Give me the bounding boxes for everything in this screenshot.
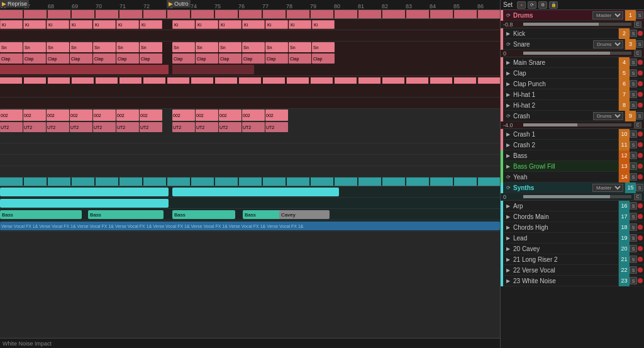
mixer-row-snare[interactable]: ⟳ Snare Drums 3 S xyxy=(501,39,644,50)
arr-track-crash-area[interactable] xyxy=(0,98,500,109)
mixer-row-synths[interactable]: ⟳ Synths Master 15 S xyxy=(501,182,644,193)
synths-c-btn[interactable]: C xyxy=(634,194,641,200)
bass-s-btn[interactable]: S xyxy=(630,152,637,159)
main-snare-play-btn[interactable]: ▶ xyxy=(504,59,512,66)
record-btn[interactable]: ● xyxy=(517,1,526,9)
arr-track-snare[interactable] xyxy=(0,30,500,42)
crash1-play-btn[interactable]: ▶ xyxy=(504,130,512,138)
clap-rec-btn[interactable] xyxy=(638,70,643,76)
crash-device-select[interactable]: Drums xyxy=(593,112,623,120)
cavey-rec-btn[interactable] xyxy=(638,246,643,251)
bass-growl-rec-btn[interactable] xyxy=(638,164,643,169)
arr-track-kick[interactable]: Ki Ki Ki Ki Ki Ki Ki Ki Ki Ki Ki Ki Ki K… xyxy=(0,19,500,30)
mixer-row-clap-punch[interactable]: ▶ Clap Punch 6 S xyxy=(501,79,644,89)
arr-track-empty2[interactable] xyxy=(0,155,500,166)
lock-btn[interactable]: 🔒 xyxy=(549,1,558,9)
mixer-row-white-noise[interactable]: ▶ 23 White Noise 23 S xyxy=(501,276,644,286)
hihat2-play-btn[interactable]: ▶ xyxy=(504,101,512,109)
clap-s-btn[interactable]: S xyxy=(630,69,637,77)
mixer-row-verse-vocal[interactable]: ▶ 22 Verse Vocal 22 S xyxy=(501,265,644,276)
cavey-play-btn[interactable]: ▶ xyxy=(504,245,512,252)
chords-high-s-btn[interactable]: S xyxy=(630,223,637,231)
mixer-row-chords-high[interactable]: ▶ Chords High 18 S xyxy=(501,222,644,233)
clap-punch-s-btn[interactable]: S xyxy=(630,80,637,87)
crash2-s-btn[interactable]: S xyxy=(630,141,637,149)
snare-s-btn[interactable]: S xyxy=(636,40,643,48)
crash-play-btn[interactable]: ⟳ xyxy=(504,112,512,120)
crash1-s-btn[interactable]: S xyxy=(630,130,637,138)
snare-c-btn[interactable]: C xyxy=(634,50,641,57)
crash-c-btn[interactable]: C xyxy=(634,122,641,128)
drums-device-select[interactable]: Master xyxy=(592,11,623,20)
hihat1-play-btn[interactable]: ▶ xyxy=(504,91,512,98)
arr-track-cyan1[interactable] xyxy=(0,186,500,198)
mixer-row-riser[interactable]: ▶ 21 Long Riser 2 21 S xyxy=(501,254,644,265)
mixer-row-bass-growl[interactable]: ▶ Bass Growl Fill 13 S xyxy=(501,161,644,172)
mixer-row-hihat1[interactable]: ▶ Hi-hat 1 7 S xyxy=(501,89,644,100)
mixer-row-yeah[interactable]: ⟳ Yeah 14 S xyxy=(501,172,644,182)
mixer-row-kick[interactable]: ▶ Kick 2 S xyxy=(501,28,644,39)
mixer-row-clap[interactable]: ▶ Clap 5 S xyxy=(501,68,644,79)
chords-high-rec-btn[interactable] xyxy=(638,225,643,230)
bass-growl-play-btn[interactable]: ▶ xyxy=(504,162,512,170)
mixer-row-crash2[interactable]: ▶ Crash 2 11 S xyxy=(501,140,644,150)
mixer-row-drums[interactable]: ⟳ Drums Master 1 S xyxy=(501,10,644,21)
kick-play-btn[interactable]: ▶ xyxy=(504,30,512,37)
crash2-play-btn[interactable]: ▶ xyxy=(504,141,512,149)
arr-track-cyan2[interactable] xyxy=(0,198,500,209)
clap-play-btn[interactable]: ▶ xyxy=(504,69,512,77)
drums-s-btn[interactable]: S xyxy=(636,11,643,19)
crash2-rec-btn[interactable] xyxy=(638,142,643,147)
white-noise-s-btn[interactable]: S xyxy=(630,277,637,284)
clap-punch-play-btn[interactable]: ▶ xyxy=(504,80,512,87)
synths-play-btn[interactable]: ⟳ xyxy=(504,184,512,191)
arr-track-vocal[interactable]: Verse Vocal FX 1& Verse Vocal FX 1& Vers… xyxy=(0,220,500,232)
riser-s-btn[interactable]: S xyxy=(630,255,637,263)
drums-play-btn[interactable]: ⟳ xyxy=(504,11,512,19)
arp-s-btn[interactable]: S xyxy=(630,202,637,210)
verse-vocal-rec-btn[interactable] xyxy=(638,267,643,272)
crash1-rec-btn[interactable] xyxy=(638,132,643,137)
verse-vocal-play-btn[interactable]: ▶ xyxy=(504,266,512,274)
hihat2-s-btn[interactable]: S xyxy=(630,101,637,109)
lead-s-btn[interactable]: S xyxy=(630,234,637,242)
lead-play-btn[interactable]: ▶ xyxy=(504,234,512,242)
loop-btn[interactable]: ⟳ xyxy=(528,1,536,9)
arp-play-btn[interactable]: ▶ xyxy=(504,202,512,210)
main-snare-rec-btn[interactable] xyxy=(638,60,643,65)
snare-play-btn[interactable]: ⟳ xyxy=(504,40,512,48)
mixer-row-crash[interactable]: ⟳ Crash Drums 9 S xyxy=(501,111,644,121)
bass-growl-s-btn[interactable]: S xyxy=(630,162,637,170)
main-snare-s-btn[interactable]: S xyxy=(630,59,637,66)
chords-main-rec-btn[interactable] xyxy=(638,214,643,219)
synths-device-select[interactable]: Master xyxy=(592,184,623,192)
hihat1-rec-btn[interactable] xyxy=(638,92,643,97)
kick-rec-btn[interactable] xyxy=(638,31,643,36)
cavey-s-btn[interactable]: S xyxy=(630,245,637,252)
arr-track-empty3[interactable] xyxy=(0,166,500,177)
arr-track-hihat[interactable] xyxy=(0,76,500,98)
hihat2-rec-btn[interactable] xyxy=(638,103,643,108)
crash-s-btn[interactable]: S xyxy=(636,112,643,120)
arr-track-snare2[interactable]: Sn Sn Sn Sn Sn Sn Sn Sn Sn Sn Sn Sn Sn S… xyxy=(0,42,500,76)
mixer-row-crash1[interactable]: ▶ Crash 1 10 S xyxy=(501,129,644,140)
mixer-row-cavey[interactable]: ▶ 20 Cavey 20 S xyxy=(501,244,644,254)
yeah-rec-btn[interactable] xyxy=(638,174,643,179)
bass-rec-btn[interactable] xyxy=(638,153,643,158)
yeah-play-btn[interactable]: ⟳ xyxy=(504,173,512,181)
riser-rec-btn[interactable] xyxy=(638,257,643,262)
arr-track-002[interactable]: 002 002 002 002 002 002 002 002 002 002 … xyxy=(0,109,500,143)
synths-s-btn[interactable]: S xyxy=(636,184,643,191)
mixer-row-chords-main[interactable]: ▶ Chords Main 17 S xyxy=(501,211,644,222)
yeah-s-btn[interactable]: S xyxy=(630,173,637,181)
mixer-row-arp[interactable]: ▶ Arp 16 S xyxy=(501,201,644,211)
arr-track-drums[interactable] xyxy=(0,10,500,19)
settings-btn[interactable]: ⚙ xyxy=(538,1,547,9)
arr-track-bass1[interactable]: Bass Bass Bass Bass Cavey xyxy=(0,209,500,220)
mixer-row-main-snare[interactable]: ▶ Main Snare 4 S xyxy=(501,57,644,68)
arp-rec-btn[interactable] xyxy=(638,203,643,208)
arr-track-empty1[interactable] xyxy=(0,143,500,155)
lead-rec-btn[interactable] xyxy=(638,235,643,240)
kick-s-btn[interactable]: S xyxy=(630,30,637,37)
white-noise-rec-btn[interactable] xyxy=(638,278,643,283)
